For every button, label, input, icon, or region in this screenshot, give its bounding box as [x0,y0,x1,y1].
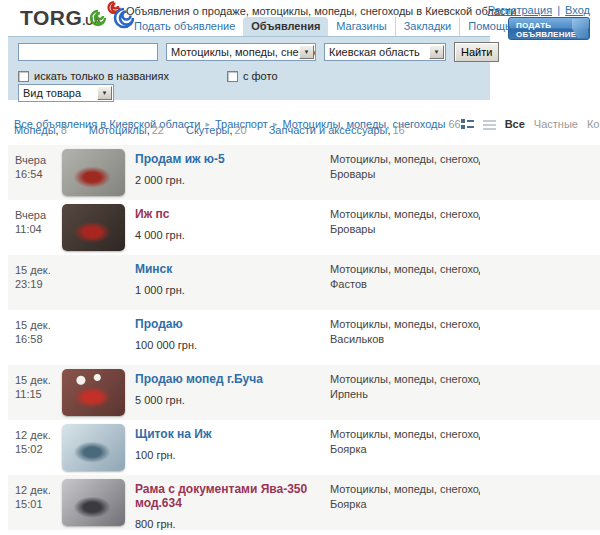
listing-thumbnail[interactable] [62,479,125,526]
listing-price: 5 000 грн. [135,394,325,406]
listing-city: Васильков [330,333,600,345]
register-link[interactable]: Регистрация [488,4,552,16]
titles-only-label: искать только в названиях [34,70,169,82]
listings: Вчера16:54 Продам иж ю-5 2 000 грн. Мото… [8,145,600,530]
listing-row: 12 дек.15:02 Щиток на Иж 100 грн. Мотоци… [8,420,600,475]
listing-category-col: Мотоциклы, мопеды, снегоходы Боярка [330,483,600,510]
listing-main: Продаю мопед г.Буча 5 000 грн. [135,372,325,406]
listing-thumbnail[interactable] [62,149,125,196]
listing-price: 100 000 грн. [135,339,325,351]
filter-private[interactable]: Частные [534,118,578,130]
listing-category-col: Мотоциклы, мопеды, снегоходы Боярка [330,428,600,455]
listing-price: 800 грн. [135,518,325,530]
listing-title-link[interactable]: Иж пс [135,207,169,221]
listing-price: 4 000 грн. [135,229,325,241]
category-select[interactable]: Мотоциклы, мопеды, снегоходы ▼ [166,43,316,61]
listing-row: Вчера11:04 Иж пс 4 000 грн. Мотоциклы, м… [8,200,600,255]
subcat-count: 20 [234,124,246,136]
search-input[interactable] [18,43,158,61]
listing-main: Щиток на Иж 100 грн. [135,427,325,461]
listing-price: 2 000 грн. [135,174,325,186]
listing-category-col: Мотоциклы, мопеды, снегоходы Ирпень [330,373,600,400]
subcat-count: 22 [152,124,164,136]
list-view-icon[interactable] [483,119,496,130]
product-type-select-value: Вид товара [23,87,81,99]
listing-price: 100 грн. [135,449,325,461]
listing-category-col: Мотоциклы, мопеды, снегоходы Васильков [330,318,600,345]
listing-main: Продаю 100 000 грн. [135,317,325,351]
listing-row: Вчера16:54 Продам иж ю-5 2 000 грн. Мото… [8,145,600,200]
listing-category: Мотоциклы, мопеды, снегоходы [330,318,480,330]
titles-only-checkbox[interactable] [18,71,29,82]
category-select-value: Мотоциклы, мопеды, снегоходы [171,46,316,58]
listing-datetime: 12 дек.15:01 [15,483,63,511]
subcat-motorcycles-link[interactable]: Мотоциклы [89,124,147,136]
subcat-motorcycles: Мотоциклы,22 [89,124,164,136]
filter-companies[interactable]: Компании [587,118,600,130]
subcat-mopeds-link[interactable]: Мопеды [14,124,56,136]
submit-ad-button[interactable]: ПОДАТЬ ОБЪЯВЛЕНИЕ [508,17,590,40]
dropdown-arrow-icon: ▼ [299,45,314,59]
nav-help[interactable]: Помощь [459,17,519,36]
listing-title-link[interactable]: Щиток на Иж [135,427,211,441]
list-with-thumbs-view-icon[interactable] [461,119,474,130]
logo-text: TORG [20,6,82,29]
find-button[interactable]: Найти [454,42,499,62]
breadcrumb-count: 66 [448,118,460,130]
listing-thumbnail[interactable] [62,204,125,251]
region-select[interactable]: Киевская область ▼ [324,43,446,61]
subcat-count: 8 [61,124,67,136]
listing-category: Мотоциклы, мопеды, снегоходы [330,428,480,440]
listing-category: Мотоциклы, мопеды, снегоходы [330,208,480,220]
listing-city: Боярка [330,498,600,510]
listing-category: Мотоциклы, мопеды, снегоходы [330,263,480,275]
nav-shops[interactable]: Магазины [328,17,394,36]
listing-title-link[interactable]: Минск [135,262,172,276]
listing-category-col: Мотоциклы, мопеды, снегоходы Бровары [330,153,600,180]
header: TORG.UA Объявления о продаже, мотоциклы,… [0,0,600,36]
submit-ad-button-line1: ПОДАТЬ [516,21,589,30]
listing-title-link[interactable]: Продаю [135,317,183,331]
listing-row: 15 дек.16:58 Продаю 100 000 грн. Мотоцик… [8,310,600,365]
with-photo-checkbox[interactable] [227,71,238,82]
listing-main: Продам иж ю-5 2 000 грн. [135,152,325,186]
region-select-value: Киевская область [329,46,420,58]
nav-submit-ad[interactable]: Подать объявление [126,17,243,36]
with-photo-label: с фото [243,70,278,82]
listing-main: Минск 1 000 грн. [135,262,325,296]
submit-ad-button-line2: ОБЪЯВЛЕНИЕ [516,30,589,39]
listing-city: Бровары [330,168,600,180]
subcat-parts: Запчасти и аксессуары,16 [269,124,405,136]
listing-thumbnail[interactable] [62,369,125,416]
listing-title-link[interactable]: Рама с документами Ява-350 мод.634 [135,482,325,510]
listing-category: Мотоциклы, мопеды, снегоходы [330,153,480,165]
listing-main: Рама с документами Ява-350 мод.634 800 г… [135,482,325,530]
listing-thumbnail[interactable] [62,424,125,471]
listing-category: Мотоциклы, мопеды, снегоходы [330,483,480,495]
listing-row: 12 дек.15:01 Рама с документами Ява-350 … [8,475,600,530]
listing-row: 15 дек.23:19 Минск 1 000 грн. Мотоциклы,… [8,255,600,310]
product-type-select[interactable]: Вид товара ▼ [18,84,114,102]
listing-category-col: Мотоциклы, мопеды, снегоходы Бровары [330,208,600,235]
subcat-scooters-link[interactable]: Скутеры [186,124,229,136]
listing-category-col: Мотоциклы, мопеды, снегоходы Фастов [330,263,600,290]
toolbar-right: Все Частные Компании По цене ⇅ [461,106,600,142]
listing-title-link[interactable]: Продаю мопед г.Буча [135,372,263,386]
listing-row: 15 дек.11:15 Продаю мопед г.Буча 5 000 г… [8,365,600,420]
filter-all[interactable]: Все [505,118,525,130]
auth-links: Регистрация | Вход [488,4,590,16]
subcat-count: 16 [392,124,404,136]
tab-listings[interactable]: Объявления [243,17,328,36]
logo[interactable]: TORG.UA [20,6,101,30]
listing-datetime: 12 дек.15:02 [15,428,63,456]
search-panel: Мотоциклы, мопеды, снегоходы ▼ Киевская … [8,36,490,100]
listing-city: Фастов [330,278,600,290]
listing-city: Ирпень [330,388,600,400]
login-link[interactable]: Вход [565,4,590,16]
listing-datetime: 15 дек.16:58 [15,318,63,346]
subcat-parts-link[interactable]: Запчасти и аксессуары [269,124,388,136]
main-nav: Подать объявление Объявления Магазины За… [126,17,519,36]
listing-title-link[interactable]: Продам иж ю-5 [135,152,225,166]
search-options-row: искать только в названиях с фото [18,70,278,82]
nav-bookmarks[interactable]: Закладки [395,17,460,36]
